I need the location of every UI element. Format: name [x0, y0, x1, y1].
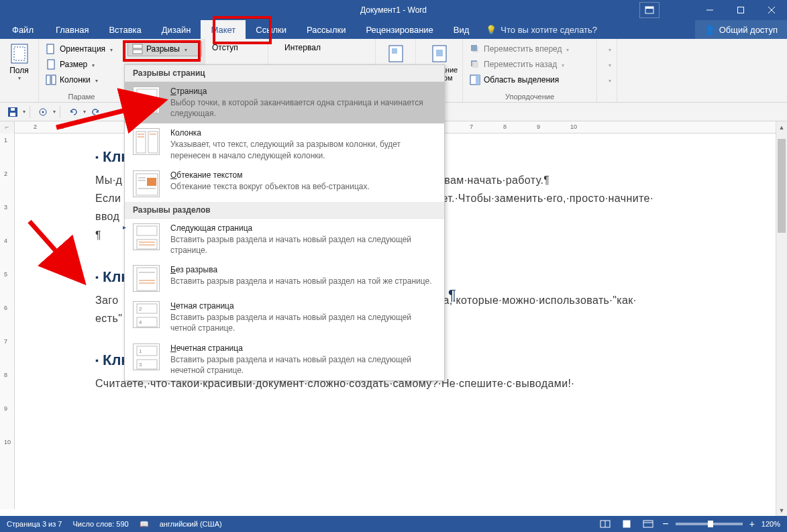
svg-rect-36 [136, 131, 146, 153]
bring-forward-icon [470, 44, 480, 54]
read-mode-button[interactable] [598, 518, 613, 530]
menu-item-next-page[interactable]: ▸ Следующая страница Вставить разрыв раз… [125, 219, 444, 260]
svg-text:2: 2 [139, 306, 142, 312]
page-breaks-header: Разрывы страниц [125, 65, 444, 82]
columns-icon [46, 74, 56, 85]
status-language[interactable]: английский (США) [160, 520, 222, 528]
tab-insert[interactable]: Вставка [99, 20, 151, 39]
spacing-label: Интервал [284, 43, 372, 52]
ruler-vertical[interactable]: 1 2 3 4 5 6 7 8 9 10 [0, 134, 15, 509]
menu-desc: Вставить разрыв раздела и начать новый р… [170, 354, 436, 376]
columns-button[interactable]: Колонки [42, 72, 121, 87]
menu-item-even-page[interactable]: 24 Четная страница Вставить разрыв разде… [125, 297, 444, 338]
close-button[interactable] [756, 0, 787, 20]
selection-pane-label: Область выделения [484, 75, 559, 85]
odd-page-icon: 13 [133, 343, 160, 370]
maximize-button[interactable] [725, 0, 756, 20]
tab-references[interactable]: Ссылки [246, 20, 297, 39]
save-button[interactable] [4, 104, 21, 120]
breaks-button[interactable]: Разрывы [127, 42, 202, 56]
margins-button[interactable]: Поля ▾ [3, 40, 36, 84]
indent-label: Отступ [212, 43, 265, 52]
status-page[interactable]: Страница 3 из 7 [7, 520, 62, 528]
menu-item-text-wrapping[interactable]: Обтекание текстом Обтекание текста вокру… [125, 166, 444, 202]
wrap-text-icon [429, 43, 450, 64]
share-label: Общий доступ [719, 25, 778, 35]
share-icon: 👤 [704, 25, 715, 35]
menu-desc: Выбор точки, в которой заканчивается одн… [170, 97, 436, 119]
send-backward-icon [470, 59, 480, 70]
svg-rect-66 [623, 521, 630, 527]
zoom-slider[interactable] [676, 523, 743, 525]
svg-rect-35 [137, 103, 157, 112]
tell-me-label: Что вы хотите сделать? [501, 25, 597, 35]
breaks-icon [132, 44, 143, 54]
touch-mode-button[interactable] [34, 104, 52, 120]
margins-label: Поля [9, 66, 29, 75]
continuous-icon [133, 265, 160, 292]
minimize-button[interactable] [694, 0, 725, 20]
bring-forward-button[interactable]: Переместить вперед [466, 42, 594, 56]
breaks-dropdown: Разрывы страниц Страница Выбор точки, в … [124, 64, 445, 381]
orientation-button[interactable]: Ориентация [42, 42, 121, 56]
page-setup-label: Параме [39, 93, 124, 101]
tab-design[interactable]: Дизайн [152, 20, 201, 39]
tab-layout[interactable]: Макет [201, 20, 246, 39]
scroll-down-icon[interactable]: ▼ [776, 504, 787, 516]
rotate-button[interactable] [600, 72, 614, 87]
size-label: Размер [60, 60, 87, 69]
svg-rect-8 [47, 44, 54, 54]
position-icon [385, 43, 407, 64]
svg-point-33 [42, 111, 44, 113]
ribbon-tabs: Файл Главная Вставка Дизайн Макет Ссылки… [0, 20, 787, 39]
svg-rect-31 [11, 108, 15, 111]
group-button[interactable] [600, 57, 614, 72]
tab-review[interactable]: Рецензирование [356, 20, 443, 39]
tab-file[interactable]: Файл [0, 20, 46, 39]
align-button[interactable] [600, 42, 614, 56]
section-breaks-header: Разрывы разделов [125, 202, 444, 219]
share-button[interactable]: 👤 Общий доступ [695, 20, 787, 39]
menu-item-column[interactable]: Колонка Указывает, что текст, следующий … [125, 123, 444, 165]
print-layout-button[interactable] [619, 518, 634, 530]
scrollbar-vertical[interactable]: ▲ ▼ [776, 121, 787, 516]
undo-button[interactable] [64, 104, 82, 120]
redo-button[interactable] [87, 104, 105, 120]
svg-rect-9 [48, 60, 54, 69]
svg-rect-23 [476, 75, 480, 85]
orientation-label: Ориентация [60, 44, 105, 54]
zoom-level[interactable]: 120% [762, 520, 780, 528]
send-backward-button[interactable]: Переместить назад [466, 57, 594, 72]
ribbon-display-options[interactable] [639, 2, 660, 18]
proofing-icon[interactable]: 📖 [140, 520, 149, 529]
menu-item-odd-page[interactable]: 13 Нечетная страница Вставить разрыв раз… [125, 339, 444, 380]
svg-rect-50 [137, 268, 157, 290]
svg-rect-42 [147, 178, 156, 186]
menu-item-continuous[interactable]: Без разрыва Вставить разрыв раздела и на… [125, 260, 444, 297]
menu-desc: Обтекание текста вокруг объектов на веб-… [170, 181, 370, 192]
menu-desc: Вставить разрыв раздела и начать новый р… [170, 234, 436, 256]
orientation-icon [46, 44, 56, 54]
menu-item-page[interactable]: Страница Выбор точки, в которой заканчив… [125, 82, 444, 123]
send-backward-label: Переместить назад [484, 60, 557, 69]
tab-view[interactable]: Вид [443, 20, 480, 39]
scrollbar-thumb[interactable] [778, 139, 786, 233]
bring-forward-label: Переместить вперед [484, 44, 562, 54]
menu-desc: Вставить разрыв раздела и начать новый р… [170, 276, 432, 286]
web-layout-button[interactable] [641, 518, 655, 530]
svg-rect-19 [471, 45, 477, 51]
scroll-up-icon[interactable]: ▲ [776, 121, 787, 133]
svg-rect-11 [52, 75, 56, 85]
svg-text:4: 4 [139, 319, 142, 325]
selection-pane-button[interactable]: Область выделения [466, 72, 594, 87]
zoom-in-button[interactable]: + [749, 519, 755, 529]
tell-me[interactable]: 💡 Что вы хотите сделать? [486, 20, 597, 39]
zoom-out-button[interactable]: − [662, 518, 668, 530]
status-words[interactable]: Число слов: 590 [72, 520, 128, 528]
tab-mailings[interactable]: Рассылки [297, 20, 356, 39]
svg-text:1: 1 [139, 348, 142, 354]
arrange-label: Упорядочение [463, 93, 596, 101]
tab-home[interactable]: Главная [46, 20, 99, 39]
size-button[interactable]: Размер [42, 57, 121, 72]
statusbar: Страница 3 из 7 Число слов: 590 📖 англий… [0, 516, 787, 532]
